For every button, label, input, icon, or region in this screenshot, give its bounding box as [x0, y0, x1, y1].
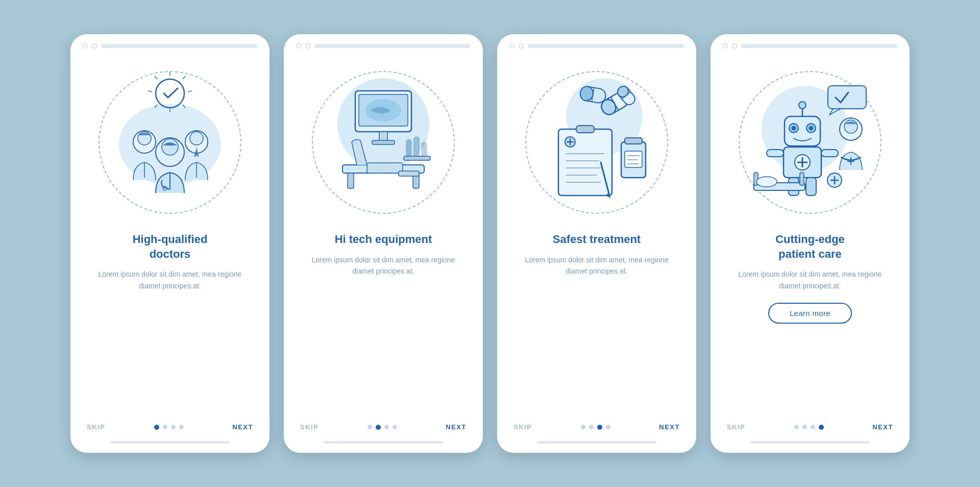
- text-area-1: High-qualified doctors Lorem ipsum dolor…: [70, 222, 270, 405]
- nav-bar-4: SKIP NEXT: [710, 414, 910, 436]
- dot-4-3: [811, 425, 815, 429]
- nav-dots-1: [154, 425, 184, 430]
- next-button-2[interactable]: NEXT: [446, 423, 467, 431]
- dot-3-4: [606, 425, 610, 429]
- svg-rect-36: [422, 142, 427, 157]
- illustration-area-3: [497, 48, 696, 222]
- svg-rect-34: [406, 139, 411, 157]
- nav-dots-3: [581, 425, 610, 430]
- top-bar-4: [710, 34, 910, 48]
- text-area-4: Cutting-edge patient care Lorem ipsum do…: [710, 222, 910, 405]
- svg-line-4: [188, 91, 192, 92]
- svg-rect-85: [821, 150, 838, 157]
- svg-point-78: [792, 126, 796, 130]
- svg-rect-27: [379, 132, 387, 141]
- illustration-area-2: [284, 48, 483, 222]
- nav-bar-1: SKIP NEXT: [70, 414, 270, 436]
- svg-rect-84: [767, 150, 783, 157]
- svg-line-9: [155, 76, 157, 79]
- status-dot-6: [519, 43, 524, 48]
- svg-line-8: [148, 91, 152, 92]
- top-bar-1: [70, 34, 270, 48]
- dot-3-3: [597, 425, 602, 430]
- svg-point-1: [156, 79, 184, 108]
- screen-desc-2: Lorem ipsum dolor sit dim amet, mea regi…: [300, 254, 467, 277]
- svg-rect-31: [348, 173, 354, 188]
- nav-bar-3: SKIP NEXT: [497, 414, 696, 436]
- status-dot-1: [83, 43, 88, 48]
- dot-1-4: [179, 425, 184, 429]
- nav-bar-2: SKIP NEXT: [284, 414, 483, 436]
- status-dot-7: [723, 43, 728, 48]
- svg-rect-61: [625, 138, 642, 144]
- svg-point-20: [190, 132, 203, 145]
- svg-rect-33: [399, 171, 419, 176]
- phone-screen-1: High-qualified doctors Lorem ipsum dolor…: [70, 34, 270, 453]
- screen-desc-4: Lorem ipsum dolor sit dim amet, mea regi…: [727, 269, 893, 291]
- text-area-2: Hi tech equipment Lorem ipsum dolor sit …: [284, 222, 483, 405]
- svg-point-91: [756, 177, 777, 187]
- svg-rect-49: [576, 126, 594, 133]
- status-line-4: [741, 44, 897, 48]
- nav-dots-2: [368, 425, 397, 430]
- doctors-illustration: [99, 63, 241, 218]
- dot-2-1: [368, 425, 372, 429]
- equipment-illustration: [312, 63, 455, 218]
- screen-title-3: Safest treatment: [553, 232, 641, 247]
- dot-4-2: [802, 425, 807, 429]
- dot-4-1: [794, 425, 799, 429]
- phone-screen-3: Safest treatment Lorem ipsum dolor sit d…: [497, 34, 696, 453]
- dot-2-2: [376, 425, 381, 430]
- status-dot-4: [305, 43, 310, 48]
- dot-2-4: [393, 425, 397, 429]
- screen-desc-1: Lorem ipsum dolor sit dim amet, mea regi…: [87, 269, 253, 291]
- status-line-3: [528, 44, 684, 48]
- svg-rect-30: [367, 163, 403, 173]
- status-line-2: [314, 44, 471, 48]
- bottom-bar-3: [537, 441, 656, 444]
- skip-button-3[interactable]: SKIP: [513, 423, 532, 431]
- dot-1-3: [171, 425, 176, 429]
- phone-screen-4: Cutting-edge patient care Lorem ipsum do…: [710, 34, 910, 453]
- dot-4-4: [819, 425, 824, 430]
- dot-1-2: [163, 425, 167, 429]
- dot-2-3: [384, 425, 389, 429]
- svg-rect-67: [828, 86, 866, 109]
- text-area-3: Safest treatment Lorem ipsum dolor sit d…: [497, 222, 696, 405]
- bottom-bar-4: [750, 441, 870, 444]
- skip-button-2[interactable]: SKIP: [300, 423, 318, 431]
- screens-container: High-qualified doctors Lorem ipsum dolor…: [40, 14, 940, 473]
- skip-button-1[interactable]: SKIP: [87, 423, 105, 431]
- dot-3-2: [589, 425, 594, 429]
- svg-rect-87: [806, 178, 816, 196]
- svg-point-79: [809, 126, 813, 130]
- nav-dots-4: [794, 425, 824, 430]
- svg-rect-28: [372, 140, 395, 144]
- next-button-1[interactable]: NEXT: [232, 423, 253, 431]
- illustration-area-4: [710, 48, 910, 222]
- treatment-illustration: [525, 63, 668, 218]
- illustration-area-1: [70, 48, 270, 222]
- skip-button-4[interactable]: SKIP: [727, 423, 745, 431]
- dot-3-1: [581, 425, 585, 429]
- status-dot-8: [732, 43, 737, 48]
- svg-point-15: [162, 139, 178, 155]
- svg-point-75: [799, 102, 806, 109]
- phone-screen-2: Hi tech equipment Lorem ipsum dolor sit …: [284, 34, 483, 453]
- screen-title-1: High-qualified doctors: [133, 232, 208, 261]
- status-dot-5: [509, 43, 514, 48]
- next-button-4[interactable]: NEXT: [872, 423, 893, 431]
- status-dot-2: [92, 43, 97, 48]
- bottom-bar-1: [110, 441, 230, 444]
- bottom-bar-2: [324, 441, 443, 444]
- top-bar-2: [284, 34, 483, 48]
- learn-more-button[interactable]: Learn more: [768, 303, 852, 324]
- svg-rect-90: [800, 173, 804, 185]
- svg-line-3: [183, 76, 185, 79]
- status-line-1: [101, 44, 257, 48]
- screen-title-2: Hi tech equipment: [335, 232, 432, 247]
- svg-rect-62: [625, 151, 642, 167]
- next-button-3[interactable]: NEXT: [659, 423, 680, 431]
- screen-title-4: Cutting-edge patient care: [775, 232, 845, 261]
- patient-care-illustration: [739, 63, 881, 218]
